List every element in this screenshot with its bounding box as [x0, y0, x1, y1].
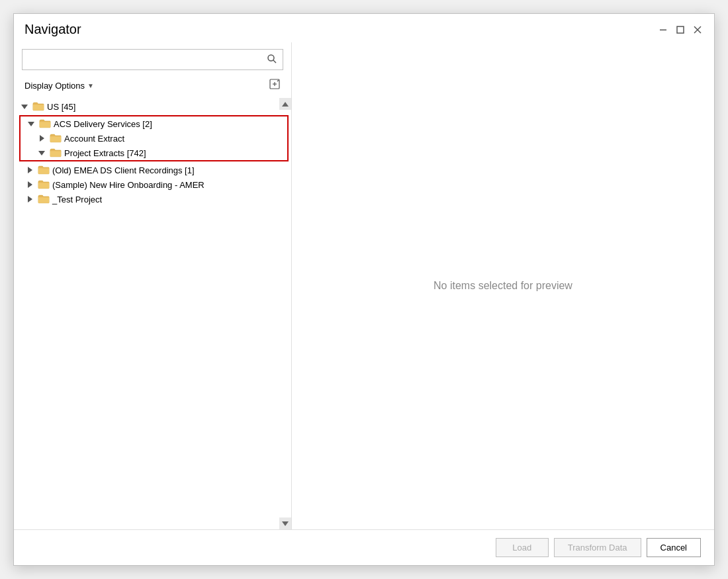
expand-icon-acs[interactable]	[26, 118, 36, 129]
minimize-button[interactable]	[657, 24, 669, 36]
scroll-down-icon	[282, 521, 289, 526]
transform-label: Transform Data	[568, 543, 627, 553]
expand-icon-new-hire[interactable]	[24, 179, 35, 190]
triangle-down-icon-acs	[28, 122, 34, 126]
tree-item-test-project[interactable]: _Test Project	[24, 192, 291, 206]
folder-icon-us	[32, 101, 44, 112]
triangle-right-icon-nh	[28, 181, 32, 188]
svg-line-5	[273, 60, 276, 63]
search-box[interactable]	[22, 49, 283, 70]
expand-icon-test-project[interactable]	[24, 194, 35, 204]
triangle-right-icon-emea	[28, 167, 32, 173]
triangle-right-icon-tp	[28, 196, 32, 202]
svg-point-4	[268, 55, 274, 61]
load-button[interactable]: Load	[496, 538, 549, 557]
close-button[interactable]	[692, 24, 704, 36]
expand-icon-project-extracts[interactable]	[36, 148, 47, 158]
bottom-bar: Load Transform Data Cancel	[14, 529, 714, 565]
tree-item-new-hire[interactable]: (Sample) New Hire Onboarding - AMER	[24, 177, 291, 192]
window-title: Navigator	[24, 22, 81, 37]
tree-label-acs: ACS Delivery Services [2]	[54, 119, 152, 129]
expand-icon-us[interactable]	[19, 101, 30, 112]
scroll-down-button[interactable]	[279, 517, 291, 529]
triangle-down-icon-pe	[38, 151, 45, 156]
maximize-button[interactable]	[674, 24, 686, 36]
display-options-label: Display Options	[24, 81, 85, 91]
search-input[interactable]	[28, 55, 267, 65]
tree-label-us: US [45]	[47, 102, 75, 112]
toolbar-row: Display Options ▼	[14, 74, 291, 98]
search-area	[14, 42, 291, 74]
highlighted-group: ACS Delivery Services [2] Acc	[19, 115, 289, 161]
tree-label-account-extract: Account Extract	[64, 134, 124, 144]
right-panel: No items selected for preview	[292, 42, 714, 529]
scroll-up-button[interactable]	[279, 98, 291, 110]
display-options-button[interactable]: Display Options ▼	[22, 79, 97, 92]
load-label: Load	[512, 543, 531, 553]
svg-rect-0	[660, 29, 666, 30]
tree-label-test-project: _Test Project	[52, 195, 102, 204]
tree-area: US [45] A	[14, 98, 291, 529]
chevron-down-icon: ▼	[87, 82, 94, 89]
transform-data-button[interactable]: Transform Data	[554, 538, 641, 557]
tree-item-acs[interactable]: ACS Delivery Services [2]	[26, 116, 287, 131]
svg-rect-1	[677, 26, 684, 33]
folder-icon-emea	[38, 165, 50, 175]
no-items-text: No items selected for preview	[433, 280, 572, 292]
export-button[interactable]	[266, 77, 283, 94]
window-controls	[657, 24, 704, 36]
folder-icon-acs	[39, 118, 51, 129]
folder-icon-project-extracts	[50, 148, 62, 158]
tree-item-emea[interactable]: (Old) EMEA DS Client Recordings [1]	[24, 163, 291, 177]
scroll-up-icon	[282, 102, 289, 107]
cancel-button[interactable]: Cancel	[647, 538, 701, 557]
folder-icon-test-project	[38, 194, 50, 204]
tree-item-account-extract[interactable]: Account Extract	[36, 131, 287, 146]
tree-label-project-extracts: Project Extracts [742]	[64, 148, 146, 158]
expand-icon-account-extract[interactable]	[36, 133, 47, 144]
tree-label-emea: (Old) EMEA DS Client Recordings [1]	[52, 165, 195, 175]
expand-icon-emea[interactable]	[24, 165, 35, 175]
main-content: Display Options ▼	[14, 42, 714, 529]
tree-item-us[interactable]: US [45]	[19, 99, 291, 114]
search-icon	[267, 54, 277, 66]
triangle-right-icon	[40, 135, 44, 142]
tree-scroll[interactable]: US [45] A	[19, 98, 291, 529]
left-panel: Display Options ▼	[14, 42, 292, 529]
tree-item-project-extracts[interactable]: Project Extracts [742]	[36, 146, 287, 160]
cancel-label: Cancel	[660, 543, 687, 553]
folder-icon-account-extract	[50, 133, 62, 144]
tree-label-new-hire: (Sample) New Hire Onboarding - AMER	[52, 180, 205, 190]
folder-icon-new-hire	[38, 179, 50, 190]
triangle-down-icon	[21, 105, 28, 109]
title-bar: Navigator	[14, 14, 714, 42]
navigator-window: Navigator	[13, 13, 715, 566]
